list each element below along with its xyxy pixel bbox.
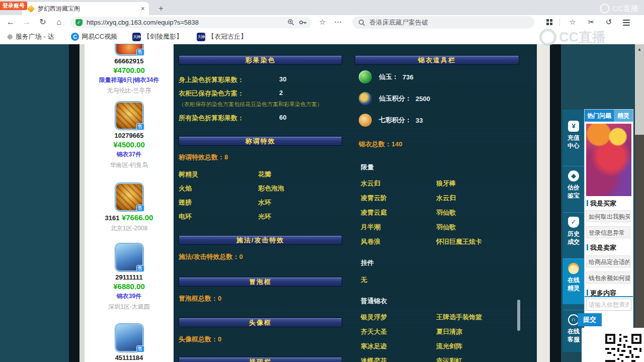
forward-icon[interactable]: →: [21, 17, 32, 28]
browser-tab[interactable]: 梦幻西游藏宝阁 ×: [22, 2, 149, 15]
dye-row2-value: 2: [279, 89, 283, 97]
sale-badge: 售: [136, 345, 144, 352]
search-query-text[interactable]: 香港床底藏尸案告破: [369, 18, 428, 27]
bookmark-jianling[interactable]: 大神 【剑陵魔影】: [132, 32, 183, 41]
fx-item: 光环: [258, 212, 271, 221]
submit-button[interactable]: 提交: [578, 313, 602, 326]
wardrobe-item: 羽仙歌: [436, 223, 456, 232]
reading-list-icon[interactable]: ☆: [568, 17, 578, 27]
scroll-up-icon[interactable]: ▲: [635, 47, 644, 52]
section-header-cast-fx: 施法/攻击特效: [179, 235, 342, 245]
wardrobe-item: 羽仙歌: [436, 208, 456, 217]
zoom-page-icon[interactable]: [287, 19, 295, 26]
tab-hot-questions[interactable]: 热门问题: [585, 110, 614, 122]
section-header-dye: 彩果染色: [179, 55, 342, 65]
screen: 梦幻西游藏宝阁 × + 登录账号 ← → ↻ ⌂ ✓ https://xyq.c…: [0, 0, 644, 362]
wardrobe-item: 水云归: [436, 194, 456, 203]
home-icon[interactable]: ⌂: [53, 17, 64, 28]
sprite-face-icon: [568, 263, 579, 274]
sidebar-item-history[interactable]: ✓ 历史成交: [562, 212, 585, 255]
bookmark-label: 服务广场 - 达: [16, 32, 54, 41]
item-thumbnail[interactable]: 售: [115, 324, 143, 352]
wardrobe-item: 凌霄云阶: [361, 194, 387, 203]
login-badge[interactable]: 登录账号: [0, 2, 27, 10]
seller-link-2[interactable]: 钱包余额如何提: [586, 272, 630, 284]
dye-row2-label: 衣柜已保存染色方案：: [179, 89, 244, 97]
normal-heading: 普通锦衣: [361, 297, 387, 306]
item-thumbnail[interactable]: 售: [115, 183, 143, 211]
address-bar[interactable]: ✓ https://xyq.cbg.163.com/equip?s=5838: [70, 17, 312, 28]
undo-icon[interactable]: ↺: [604, 17, 614, 27]
new-tab-button[interactable]: +: [155, 3, 167, 15]
pendant-heading: 挂件: [361, 258, 374, 267]
dye-note: （衣柜保存的染色方案包括花豆染色方案和彩果染色方案）: [179, 101, 343, 108]
listing-item[interactable]: 售 45111184: [85, 324, 174, 361]
browser-scrollbar[interactable]: ▲: [635, 44, 644, 362]
more-options-icon[interactable]: ⋯: [333, 17, 343, 27]
toolbar-divider: [559, 19, 560, 26]
bookmark-label: 网易CC视频: [82, 32, 117, 41]
site-favicon-icon: [27, 5, 35, 13]
bookmark-yiguan[interactable]: 大神 【衣冠古丘】: [197, 32, 247, 41]
buyer-heading: 我是买家: [587, 199, 616, 208]
sidebar-item-online-sprite[interactable]: 在线精灵: [562, 258, 585, 304]
question-input[interactable]: [586, 299, 631, 311]
buyer-link-1[interactable]: 如何取出我购买: [586, 210, 630, 222]
limited-heading: 限量: [361, 163, 374, 172]
seller-link-1[interactable]: 给商品定合适的: [586, 255, 630, 267]
bookmark-cc-video[interactable]: C 网易CC视频: [71, 32, 117, 41]
buyer-link-2[interactable]: 登录信息异常: [586, 226, 630, 238]
scrollbar-thumb[interactable]: [635, 44, 644, 135]
apps-grid-icon[interactable]: [546, 19, 552, 25]
wardrobe-total: 锦衣总数：140: [359, 140, 403, 149]
bookmark-star-icon[interactable]: ☆: [317, 17, 328, 27]
quick-search-box[interactable]: 香港床底藏尸案告破: [352, 16, 534, 29]
panel-scrollbar-thumb[interactable]: [517, 300, 520, 331]
seller-heading: 我是卖家: [587, 243, 616, 252]
wardrobe-item: 狼牙棒: [436, 179, 456, 188]
menu-icon[interactable]: [623, 20, 630, 27]
key-icon[interactable]: [299, 19, 307, 26]
item-thumbnail[interactable]: 售: [115, 44, 143, 55]
item-thumbnail[interactable]: 售: [115, 102, 143, 130]
page-border-left: [69, 44, 79, 362]
reload-icon[interactable]: ↻: [37, 17, 48, 28]
wardrobe-item: 寒冰足迹: [361, 342, 387, 351]
page-border-right: [550, 44, 561, 362]
section-header-avatar: 头像框: [179, 318, 342, 327]
listing-item[interactable]: 售 29111111 ¥6880.00 锦衣39件 深圳1区-大观园: [85, 243, 174, 311]
wardrobe-item: 怀旧巨魔王炫卡: [436, 237, 482, 246]
fx-item: 火焰: [179, 184, 192, 193]
sidebar-item-appraise[interactable]: ◆ 估价鉴宝: [562, 166, 585, 209]
bubble-total: 冒泡框总数：0: [179, 294, 221, 303]
wardrobe-item: 迷蝶恋花: [361, 356, 387, 362]
url-text[interactable]: https://xyq.cbg.163.com/equip?s=5838: [87, 19, 284, 26]
wardrobe-item: 流光剑阵: [436, 342, 462, 351]
scissors-icon[interactable]: ✂: [586, 17, 596, 27]
item-thumbnail[interactable]: 售: [115, 243, 143, 272]
xianyu-points-icon: [359, 92, 372, 105]
sale-badge: 售: [136, 265, 144, 272]
back-icon[interactable]: ←: [5, 17, 16, 28]
listing-item[interactable]: 售 10279665 ¥4500.00 锦衣37件 华南区-钓鱼岛: [85, 102, 174, 169]
bookmark-service-plaza[interactable]: ⊕ 服务广场 - 达: [7, 32, 54, 41]
fx-item: 树精灵: [179, 170, 198, 179]
security-shield-icon: ✓: [75, 19, 83, 26]
recharge-icon: ¥: [568, 121, 579, 132]
listing-item[interactable]: 售 3161 ¥7666.00 北京1区-2008: [85, 183, 174, 233]
tab-sprite[interactable]: 精灵: [614, 110, 633, 122]
sale-badge: 售: [136, 49, 144, 56]
wardrobe-item: 王牌选手装饰篮: [436, 313, 482, 322]
listing-item[interactable]: 售 66662915 ¥4700.00 限量祥瑞6只|锦衣34件 无与伦比-兰亭…: [85, 44, 174, 95]
dye-row1-value: 30: [279, 75, 286, 83]
tab-close-icon[interactable]: ×: [141, 5, 145, 13]
bookmarks-bar: ⊕ 服务广场 - 达 C 网易CC视频 大神 【剑陵魔影】 大神 【衣冠古丘】: [0, 29, 644, 44]
page-gutter-right: [537, 44, 550, 362]
help-panel: 热门问题 精灵 我是买家 如何取出我购买 登录信息异常 我是卖家 给商品定合适的…: [585, 110, 633, 329]
item-tag: 锦衣37件: [85, 150, 174, 159]
promo-image: [586, 124, 631, 196]
item-price: ¥6880.00: [85, 282, 174, 291]
sidebar-item-recharge[interactable]: ¥ 充值中心: [562, 117, 585, 159]
qr-code: [605, 334, 641, 362]
xianyu-points-value: 2500: [416, 95, 430, 103]
